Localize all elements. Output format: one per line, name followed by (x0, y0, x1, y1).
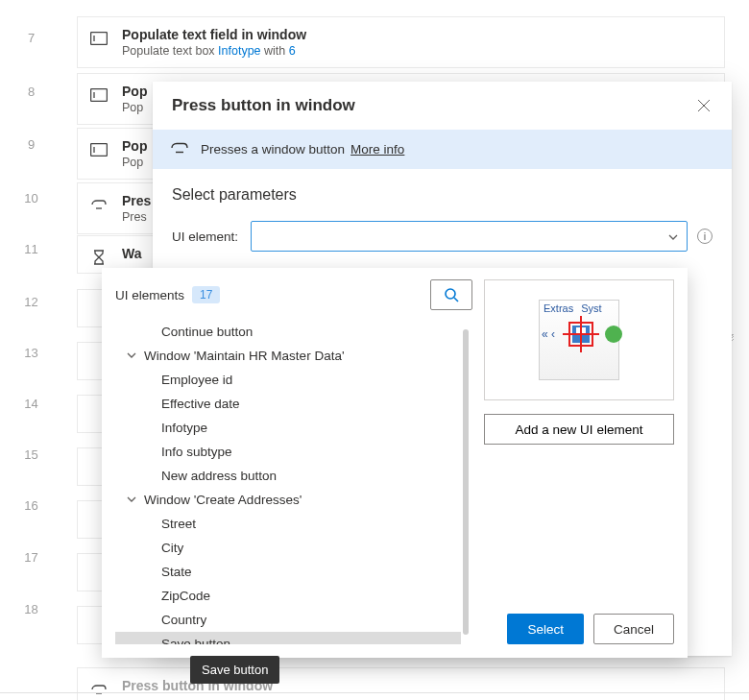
tree-item[interactable]: Country (115, 608, 461, 632)
step-number: 14 (0, 396, 62, 412)
tree-item[interactable]: State (115, 560, 461, 584)
dialog-title: Press button in window (172, 96, 355, 115)
hourglass-icon (89, 248, 109, 267)
tree-item[interactable]: Employee id (115, 368, 461, 392)
cancel-button[interactable]: Cancel (593, 614, 674, 644)
step-number: 11 (0, 241, 62, 257)
step-number: 7 (0, 30, 62, 46)
search-icon (444, 287, 459, 302)
parameters-section: Select parameters UI element: i (153, 169, 732, 259)
picker-heading: UI elements 17 (115, 286, 220, 303)
chevron-down-icon (667, 229, 679, 247)
tree-item[interactable]: Effective date (115, 392, 461, 416)
svg-line-9 (454, 298, 458, 302)
tree-item[interactable]: Street (115, 512, 461, 536)
info-bar: Presses a window button More info (153, 130, 732, 169)
info-description: Presses a window button (201, 142, 345, 157)
step-number: 16 (0, 497, 62, 514)
textbox-icon (89, 29, 109, 48)
ui-element-dropdown[interactable] (251, 221, 688, 252)
section-heading: Select parameters (172, 186, 713, 204)
ui-element-tree: Continue button Window 'Maintain HR Mast… (115, 320, 474, 644)
count-badge: 17 (192, 286, 220, 303)
step-number: 13 (0, 345, 62, 361)
picker-left-pane: UI elements 17 Continue button Window 'M… (115, 279, 472, 644)
step-number: 10 (0, 190, 62, 206)
param-row: UI element: i (172, 221, 713, 252)
add-ui-element-button[interactable]: Add a new UI element (484, 414, 674, 445)
tree-group[interactable]: Window 'Maintain HR Master Data' (115, 344, 461, 368)
tree-item[interactable]: Info subtype (115, 440, 461, 464)
step-number: 12 (0, 294, 62, 310)
step-title: Populate text field in window (122, 27, 306, 42)
svg-rect-0 (91, 33, 108, 45)
tree-group[interactable]: Window 'Create Addresses' (115, 488, 461, 512)
flow-step[interactable]: Populate text field in window Populate t… (77, 16, 725, 68)
search-button[interactable] (430, 279, 472, 310)
tree-item-selected[interactable]: Save button (115, 632, 461, 644)
preview-thumbnail: ExtrasSyst « ‹ (539, 300, 619, 380)
tree-item[interactable]: ZipCode (115, 584, 461, 608)
tooltip: Save button (190, 656, 279, 684)
svg-rect-4 (91, 144, 108, 157)
more-info-link[interactable]: More info (350, 142, 404, 157)
tree-item[interactable]: Continue button (115, 320, 461, 344)
press-icon (170, 141, 189, 157)
flow-step[interactable]: Press button in window (77, 667, 725, 700)
textbox-icon (89, 85, 109, 105)
tree-item[interactable]: Infotype (115, 416, 461, 440)
info-icon[interactable]: i (697, 229, 713, 244)
press-icon (89, 680, 109, 699)
dialog-buttons: Select Cancel (484, 614, 674, 644)
step-text: Populate text field in window Populate t… (122, 27, 306, 58)
green-circle-icon (605, 326, 622, 343)
element-preview: ExtrasSyst « ‹ (484, 279, 674, 400)
close-button[interactable] (695, 97, 713, 114)
step-number: 18 (0, 601, 62, 617)
chevron-down-icon (127, 493, 138, 507)
picker-header: UI elements 17 (115, 279, 472, 310)
press-icon (89, 195, 109, 214)
step-number: 17 (0, 549, 62, 566)
target-highlight (568, 322, 593, 347)
step-number: 15 (0, 447, 62, 463)
step-number: 8 (0, 84, 62, 100)
step-number-gutter: 7 8 9 10 11 12 13 14 15 16 17 18 (0, 0, 62, 617)
step-number: 9 (0, 136, 62, 153)
ui-element-picker: UI elements 17 Continue button Window 'M… (102, 268, 688, 658)
param-label: UI element: (172, 229, 241, 244)
tree-item[interactable]: New address button (115, 464, 461, 488)
scrollbar[interactable] (463, 329, 469, 635)
select-button[interactable]: Select (507, 614, 584, 644)
divider (0, 692, 749, 693)
action-dialog: Press button in window Presses a window … (153, 82, 732, 656)
dialog-header: Press button in window (153, 82, 732, 130)
picker-right-pane: ExtrasSyst « ‹ Add a new UI element Sele… (484, 279, 674, 644)
arrow-icon: « ‹ (542, 327, 555, 341)
chevron-down-icon (127, 349, 138, 363)
svg-rect-2 (91, 89, 108, 102)
tree-item[interactable]: City (115, 536, 461, 560)
svg-point-8 (446, 289, 455, 299)
textbox-icon (89, 140, 109, 159)
step-subtitle: Populate text box Infotype with 6 (122, 44, 306, 58)
